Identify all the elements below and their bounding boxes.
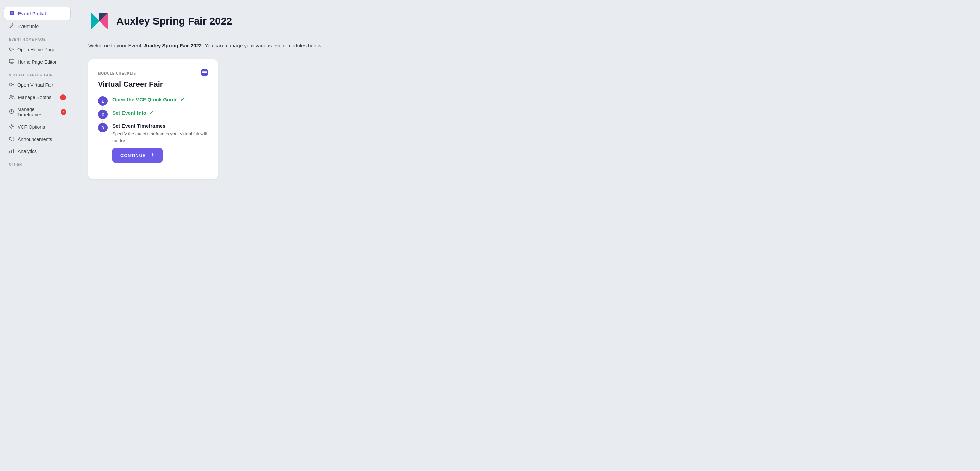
- sidebar: Event Portal Event Info EVENT HOME PAGE …: [0, 0, 75, 471]
- step-3-title: Set Event Timeframes: [112, 123, 208, 129]
- step-3-number: 3: [98, 123, 108, 132]
- svg-rect-13: [13, 149, 14, 153]
- step-2-number: 2: [98, 110, 108, 119]
- megaphone-icon: [9, 136, 14, 142]
- sidebar-item-label: Event Info: [18, 24, 39, 29]
- sidebar-item-label: Open Virtual Fair: [18, 82, 53, 88]
- step-2-content: Set Event Info ✓: [112, 110, 208, 123]
- arrow-right-icon: [9, 47, 14, 53]
- edit-icon: [9, 23, 14, 29]
- step-1-content: Open the VCF Quick Guide ✓: [112, 96, 208, 110]
- checklist-card: MODULE CHECKLIST Virtual Career Fair 1: [89, 59, 218, 179]
- continue-button[interactable]: CONTINUE: [112, 148, 163, 163]
- sidebar-item-manage-booths[interactable]: Manage Booths !: [4, 91, 71, 103]
- event-name-bold: Auxley Spring Fair 2022: [144, 43, 202, 48]
- sidebar-item-label: Analytics: [18, 149, 37, 154]
- step-1-check-icon: ✓: [180, 96, 185, 103]
- sidebar-item-label: Event Portal: [18, 11, 46, 16]
- svg-rect-3: [12, 13, 14, 15]
- gear-icon: [9, 124, 14, 130]
- list-icon: [201, 69, 208, 78]
- step-3-content: Set Event Timeframes Specify the exact t…: [112, 123, 208, 169]
- chart-icon: [9, 148, 14, 154]
- svg-rect-18: [202, 71, 207, 72]
- svg-marker-14: [91, 13, 99, 29]
- grid-icon: [9, 10, 14, 17]
- svg-rect-5: [9, 59, 14, 63]
- manage-timeframes-badge: !: [60, 109, 66, 115]
- svg-rect-11: [9, 151, 10, 153]
- sidebar-item-open-virtual-fair[interactable]: Open Virtual Fair: [4, 79, 71, 91]
- svg-point-7: [10, 95, 12, 97]
- clock-icon: [9, 109, 14, 115]
- section-label-home-page: EVENT HOME PAGE: [4, 32, 71, 43]
- step-2-title: Set Event Info ✓: [112, 110, 208, 116]
- step-3: 3 Set Event Timeframes Specify the exact…: [98, 123, 208, 169]
- page-header: Auxley Spring Fair 2022: [89, 10, 966, 32]
- svg-point-10: [11, 126, 13, 127]
- svg-rect-12: [11, 150, 12, 153]
- sidebar-item-announcements[interactable]: Announcements: [4, 133, 71, 145]
- steps-list: 1 Open the VCF Quick Guide ✓ 2 Set E: [98, 96, 208, 169]
- sidebar-item-open-home-page[interactable]: Open Home Page: [4, 43, 71, 56]
- sidebar-item-label: Open Home Page: [18, 47, 56, 53]
- svg-point-6: [9, 83, 12, 86]
- sidebar-item-label: Home Page Editor: [18, 59, 56, 65]
- monitor-icon: [9, 59, 14, 65]
- step-1-title: Open the VCF Quick Guide ✓: [112, 96, 208, 103]
- section-label-other: OTHER: [4, 157, 71, 169]
- sidebar-item-label: VCF Options: [18, 124, 45, 130]
- svg-point-4: [9, 48, 12, 51]
- step-2-check-icon: ✓: [149, 110, 153, 116]
- checklist-title: Virtual Career Fair: [98, 80, 208, 89]
- sidebar-item-analytics[interactable]: Analytics: [4, 145, 71, 157]
- welcome-suffix: . You can manage your various event modu…: [202, 43, 322, 48]
- module-checklist-label: MODULE CHECKLIST: [98, 69, 208, 78]
- svg-rect-20: [202, 73, 205, 74]
- main-content: Auxley Spring Fair 2022 Welcome to your …: [75, 0, 980, 471]
- sidebar-item-event-info[interactable]: Event Info: [4, 20, 71, 32]
- sidebar-item-home-page-editor[interactable]: Home Page Editor: [4, 56, 71, 68]
- svg-rect-1: [12, 11, 14, 13]
- users-icon: [9, 95, 14, 100]
- sidebar-item-label: Manage Booths: [18, 95, 51, 100]
- svg-rect-0: [10, 11, 11, 13]
- sidebar-item-label: Manage Timeframes: [18, 107, 57, 118]
- sidebar-item-label: Announcements: [18, 137, 52, 142]
- svg-point-8: [12, 95, 14, 97]
- manage-booths-badge: !: [60, 94, 66, 100]
- sidebar-item-vcf-options[interactable]: VCF Options: [4, 121, 71, 133]
- svg-rect-19: [202, 73, 207, 73]
- step-3-description: Specify the exact timeframes your virtua…: [112, 130, 208, 144]
- step-2: 2 Set Event Info ✓: [98, 110, 208, 123]
- sidebar-item-manage-timeframes[interactable]: Manage Timeframes !: [4, 103, 71, 121]
- continue-label: CONTINUE: [121, 153, 146, 158]
- step-1: 1 Open the VCF Quick Guide ✓: [98, 96, 208, 110]
- continue-arrow-icon: [149, 152, 154, 159]
- sidebar-item-event-portal[interactable]: Event Portal: [4, 7, 71, 20]
- logo-container: [89, 10, 110, 32]
- step-1-number: 1: [98, 96, 108, 106]
- welcome-message: Welcome to your Event, Auxley Spring Fai…: [89, 41, 327, 50]
- section-label-vcf: VIRTUAL CAREER FAIR: [4, 68, 71, 79]
- page-title: Auxley Spring Fair 2022: [116, 15, 232, 27]
- svg-rect-2: [10, 13, 11, 15]
- enter-icon: [9, 82, 14, 88]
